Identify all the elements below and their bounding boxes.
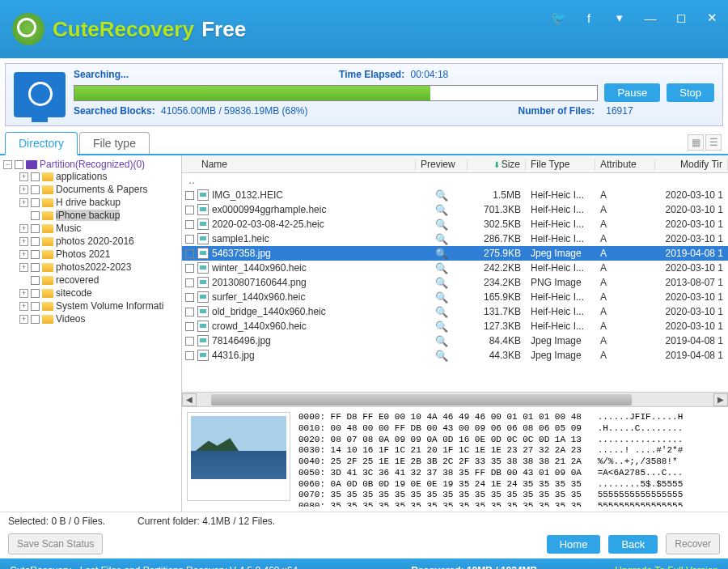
checkbox[interactable] bbox=[185, 191, 194, 200]
preview-icon[interactable]: 🔍 bbox=[435, 262, 448, 274]
tree-item[interactable]: +photos 2020-2016 bbox=[3, 235, 178, 248]
preview-icon[interactable]: 🔍 bbox=[435, 291, 448, 304]
checkbox[interactable] bbox=[185, 264, 194, 273]
preview-icon[interactable]: 🔍 bbox=[435, 335, 448, 347]
col-modify[interactable]: Modify Tir bbox=[655, 159, 728, 170]
tree-item[interactable]: +H drive backup bbox=[3, 196, 178, 209]
col-preview[interactable]: Preview bbox=[416, 159, 468, 170]
expander-icon[interactable]: + bbox=[19, 250, 28, 259]
checkbox[interactable] bbox=[185, 337, 194, 346]
scroll-right-icon[interactable]: ▶ bbox=[713, 393, 728, 406]
file-row[interactable]: 2020-02-03-08-42-25.heic🔍302.5KBHeif-Hei… bbox=[182, 217, 728, 231]
expander-icon[interactable]: + bbox=[19, 237, 28, 246]
expander-icon[interactable]: + bbox=[19, 289, 28, 298]
up-directory[interactable]: .. bbox=[182, 173, 728, 188]
scroll-thumb[interactable] bbox=[211, 394, 632, 406]
tab-directory[interactable]: Directory bbox=[5, 132, 78, 155]
expander-icon[interactable]: + bbox=[19, 263, 28, 272]
tree-item[interactable]: recovered bbox=[3, 274, 178, 287]
checkbox[interactable] bbox=[185, 278, 194, 287]
preview-icon[interactable]: 🔍 bbox=[435, 350, 448, 362]
file-list-header[interactable]: Name Preview ⬇Size File Type Attribute M… bbox=[182, 155, 728, 173]
tree-item[interactable]: +Documents & Papers bbox=[3, 183, 178, 196]
checkbox[interactable] bbox=[31, 211, 40, 220]
checkbox[interactable] bbox=[31, 263, 40, 272]
checkbox[interactable] bbox=[185, 220, 194, 229]
checkbox[interactable] bbox=[31, 276, 40, 285]
expander-icon[interactable]: + bbox=[19, 315, 28, 324]
file-row[interactable]: IMG_0132.HEIC🔍1.5MBHeif-Heic I...A2020-0… bbox=[182, 188, 728, 202]
expander-icon[interactable]: + bbox=[19, 224, 28, 233]
file-row[interactable]: surfer_1440x960.heic🔍165.9KBHeif-Heic I.… bbox=[182, 290, 728, 304]
checkbox[interactable] bbox=[31, 315, 40, 324]
checkbox[interactable] bbox=[185, 351, 194, 360]
tree-item[interactable]: +photos2022-2023 bbox=[3, 261, 178, 274]
expander-icon[interactable]: + bbox=[19, 185, 28, 194]
home-button[interactable]: Home bbox=[547, 535, 601, 554]
expander-icon[interactable]: + bbox=[19, 198, 28, 207]
checkbox[interactable] bbox=[185, 235, 194, 244]
preview-icon[interactable]: 🔍 bbox=[435, 233, 448, 245]
expander-icon[interactable]: − bbox=[3, 160, 12, 169]
checkbox[interactable] bbox=[185, 322, 194, 331]
view-grid-icon[interactable]: ▦ bbox=[688, 134, 704, 151]
save-scan-button[interactable]: Save Scan Status bbox=[8, 533, 103, 554]
tree-item[interactable]: +sitecode bbox=[3, 287, 178, 299]
dropdown-icon[interactable]: ▾ bbox=[612, 10, 628, 26]
checkbox[interactable] bbox=[31, 250, 40, 259]
file-row[interactable]: winter_1440x960.heic🔍242.2KBHeif-Heic I.… bbox=[182, 261, 728, 275]
checkbox[interactable] bbox=[185, 206, 194, 214]
close-button[interactable]: ✕ bbox=[704, 10, 720, 26]
file-row[interactable]: 54637358.jpg🔍275.9KBJpeg ImageA2019-04-0… bbox=[182, 246, 728, 261]
tree-item[interactable]: +Videos bbox=[3, 312, 178, 325]
horizontal-scrollbar[interactable]: ◀ ▶ bbox=[182, 392, 728, 406]
tab-filetype[interactable]: File type bbox=[79, 132, 150, 154]
back-button[interactable]: Back bbox=[608, 535, 658, 554]
file-row[interactable]: old_bridge_1440x960.heic🔍131.7KBHeif-Hei… bbox=[182, 304, 728, 319]
view-list-icon[interactable]: ☰ bbox=[705, 134, 722, 151]
checkbox[interactable] bbox=[31, 237, 40, 246]
tree-item[interactable]: +Photos 2021 bbox=[3, 248, 178, 261]
scroll-left-icon[interactable]: ◀ bbox=[182, 393, 197, 406]
recover-button[interactable]: Recover bbox=[666, 533, 720, 554]
checkbox[interactable] bbox=[31, 289, 40, 298]
checkbox[interactable] bbox=[31, 185, 40, 194]
checkbox[interactable] bbox=[31, 224, 40, 233]
minimize-button[interactable]: — bbox=[642, 10, 658, 26]
preview-icon[interactable]: 🔍 bbox=[435, 321, 448, 333]
pause-button[interactable]: Pause bbox=[604, 83, 660, 102]
preview-icon[interactable]: 🔍 bbox=[435, 277, 448, 289]
tree-item[interactable]: +applications bbox=[3, 170, 178, 183]
file-row[interactable]: ex0000994ggrhample.heic🔍701.3KBHeif-Heic… bbox=[182, 202, 728, 217]
directory-tree[interactable]: − Partition(Recognized)(0) +applications… bbox=[0, 155, 182, 512]
checkbox[interactable] bbox=[185, 308, 194, 316]
preview-icon[interactable]: 🔍 bbox=[435, 306, 448, 318]
preview-icon[interactable]: 🔍 bbox=[435, 204, 448, 216]
expander-icon[interactable]: + bbox=[19, 302, 28, 311]
checkbox[interactable] bbox=[15, 160, 23, 169]
file-list[interactable]: IMG_0132.HEIC🔍1.5MBHeif-Heic I...A2020-0… bbox=[182, 188, 728, 392]
maximize-button[interactable]: ◻ bbox=[673, 10, 689, 26]
twitter-icon[interactable]: 🐦 bbox=[550, 10, 566, 26]
checkbox[interactable] bbox=[31, 198, 40, 207]
preview-icon[interactable]: 🔍 bbox=[435, 219, 448, 231]
file-row[interactable]: 78146496.jpg🔍84.4KBJpeg ImageA2019-04-08… bbox=[182, 333, 728, 348]
file-row[interactable]: 20130807160644.png🔍234.2KBPNG ImageA2013… bbox=[182, 275, 728, 290]
expander-icon[interactable]: + bbox=[19, 172, 28, 181]
upgrade-link[interactable]: Upgrade To Full Version bbox=[615, 565, 718, 569]
col-size[interactable]: ⬇Size bbox=[468, 159, 526, 170]
checkbox[interactable] bbox=[31, 172, 40, 181]
col-filetype[interactable]: File Type bbox=[526, 159, 595, 170]
preview-icon[interactable]: 🔍 bbox=[435, 248, 448, 260]
checkbox[interactable] bbox=[185, 249, 194, 258]
file-row[interactable]: crowd_1440x960.heic🔍127.3KBHeif-Heic I..… bbox=[182, 319, 728, 333]
checkbox[interactable] bbox=[185, 293, 194, 302]
file-row[interactable]: sample1.heic🔍286.7KBHeif-Heic I...A2020-… bbox=[182, 231, 728, 246]
facebook-icon[interactable]: f bbox=[581, 10, 597, 26]
file-row[interactable]: 44316.jpg🔍44.3KBJpeg ImageA2019-04-08 1 bbox=[182, 348, 728, 363]
col-name[interactable]: Name bbox=[182, 159, 416, 170]
stop-button[interactable]: Stop bbox=[667, 83, 714, 102]
checkbox[interactable] bbox=[31, 302, 40, 311]
preview-icon[interactable]: 🔍 bbox=[435, 189, 448, 202]
tree-item[interactable]: +Music bbox=[3, 222, 178, 235]
